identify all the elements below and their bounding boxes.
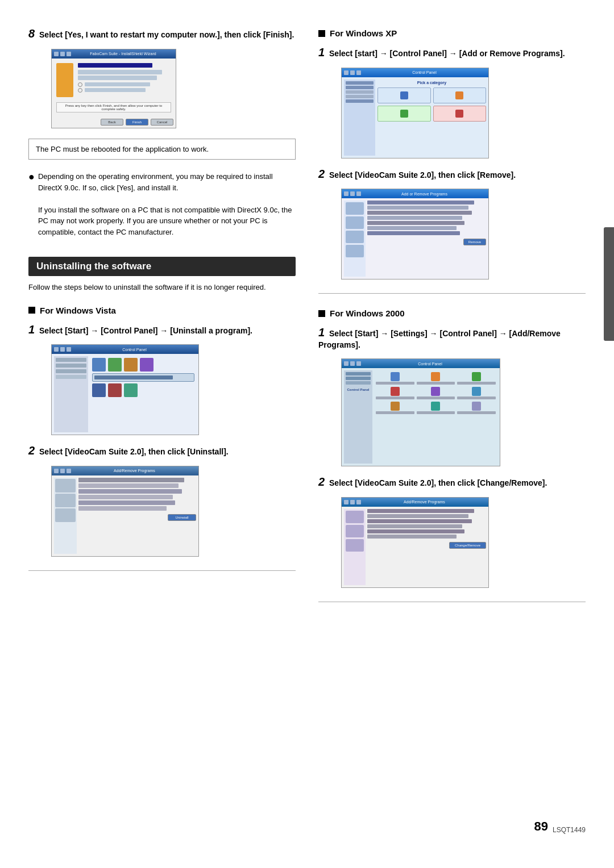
vista-step2-number: 2 xyxy=(28,444,35,457)
xp-step1-number: 1 xyxy=(318,46,325,59)
page-code: LSQT1449 xyxy=(553,826,586,834)
win2000-control-panel-screenshot: Control Panel Control Panel xyxy=(341,358,500,466)
win2000-change-remove-screenshot: Add/Remove Programs xyxy=(341,497,489,588)
vista-control-panel-screenshot: Control Panel xyxy=(51,344,199,435)
windows-vista-label: For Windows Vista xyxy=(40,306,116,315)
vista-step1-number: 1 xyxy=(28,323,35,336)
bullet-dot: ● xyxy=(28,172,35,182)
win2000-step2-number: 2 xyxy=(318,475,325,488)
right-column: For Windows XP 1 Select [start] → [Contr… xyxy=(318,23,586,802)
win2000-step2-text: Select [VideoCam Suite 2.0], then click … xyxy=(329,478,547,487)
left-column: 8 Select [Yes, I want to restart my comp… xyxy=(28,23,296,802)
xp-remove-screenshot: Add or Remove Programs xyxy=(341,189,489,279)
xp-step1: 1 Select [start] → [Control Panel] → [Ad… xyxy=(318,46,586,60)
step8-number: 8 xyxy=(28,27,35,40)
section-intro: Follow the steps below to uninstall the … xyxy=(28,282,296,293)
black-square-2000-icon xyxy=(318,310,325,317)
win2000-step2: 2 Select [VideoCam Suite 2.0], then clic… xyxy=(318,475,586,489)
vista-step2: 2 Select [VideoCam Suite 2.0], then clic… xyxy=(28,444,296,458)
bullet-text-1: Depending on the operating environment, … xyxy=(38,171,296,237)
intro-text: Follow the steps below to uninstall the … xyxy=(28,283,266,291)
vista-step2-text: Select [VideoCam Suite 2.0], then click … xyxy=(39,447,229,456)
xp-step1-text: Select [start] → [Control Panel] → [Add … xyxy=(329,49,565,58)
step8-heading: 8 Select [Yes, I want to restart my comp… xyxy=(28,27,296,41)
vista-step1-text: Select [Start] → [Control Panel] → [Unin… xyxy=(39,326,252,335)
page-number: 89 xyxy=(534,819,547,834)
note-box: The PC must be rebooted for the applicat… xyxy=(28,139,296,160)
black-square-icon xyxy=(28,307,35,314)
vista-step1: 1 Select [Start] → [Control Panel] → [Un… xyxy=(28,323,296,337)
windows-2000-label: For Windows 2000 xyxy=(330,308,405,318)
page-footer: 89 LSQT1449 xyxy=(28,813,586,834)
black-square-xp-icon xyxy=(318,30,325,37)
windows-vista-heading: For Windows Vista xyxy=(28,306,296,315)
right-divider-1 xyxy=(318,293,586,294)
section-banner: Uninstalling the software xyxy=(28,257,296,276)
note-text: The PC must be rebooted for the applicat… xyxy=(36,145,209,153)
win2000-step1: 1 Select [Start] → [Settings] → [Control… xyxy=(318,326,586,350)
page: 8 Select [Yes, I want to restart my comp… xyxy=(0,0,614,868)
vista-uninstall-screenshot: Add/Remove Programs xyxy=(51,466,199,557)
sidebar-tab xyxy=(604,227,614,341)
windows-xp-heading: For Windows XP xyxy=(318,28,586,38)
step8-text: Select [Yes, I want to restart my comput… xyxy=(39,30,294,39)
xp-step2: 2 Select [VideoCam Suite 2.0], then clic… xyxy=(318,168,586,181)
banner-text: Uninstalling the software xyxy=(36,261,151,272)
xp-control-panel-screenshot: Control Panel Pick a category xyxy=(341,68,489,158)
right-divider-2 xyxy=(318,602,586,602)
win2000-step1-number: 1 xyxy=(318,326,325,339)
xp-step2-text: Select [VideoCam Suite 2.0], then click … xyxy=(329,170,516,180)
step8-screenshot: FaboCam Suite - InstallShield Wizard xyxy=(51,49,176,128)
bullet-item-1: ● Depending on the operating environment… xyxy=(28,171,296,237)
windows-2000-heading: For Windows 2000 xyxy=(318,308,586,318)
left-divider xyxy=(28,570,296,571)
win2000-step1-text: Select [Start] → [Settings] → [Control P… xyxy=(318,329,561,349)
bullet-section: ● Depending on the operating environment… xyxy=(28,171,296,241)
xp-step2-number: 2 xyxy=(318,168,325,180)
windows-xp-label: For Windows XP xyxy=(330,28,397,38)
